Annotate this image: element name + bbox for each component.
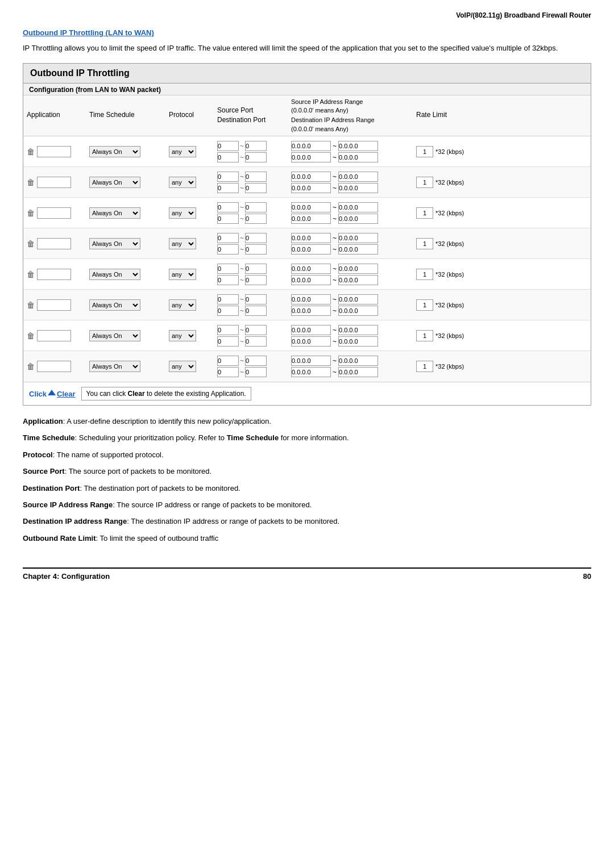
dst-ip-to-4[interactable] xyxy=(338,244,378,254)
src-port-from-1[interactable] xyxy=(217,141,239,151)
dst-ip-to-1[interactable] xyxy=(338,152,378,162)
dst-ip-from-2[interactable] xyxy=(291,183,331,193)
protocol-select-4[interactable]: any tcp udp xyxy=(169,238,196,249)
app-input-2[interactable] xyxy=(37,177,71,188)
trash-icon-4[interactable]: 🗑 xyxy=(27,239,35,248)
rate-input-1[interactable] xyxy=(416,146,433,157)
dst-port-from-6[interactable] xyxy=(217,306,239,316)
dst-ip-from-7[interactable] xyxy=(291,336,331,347)
src-ip-from-1[interactable] xyxy=(291,141,331,151)
dst-port-to-8[interactable] xyxy=(245,367,267,377)
src-ip-from-8[interactable] xyxy=(291,356,331,366)
dst-ip-from-3[interactable] xyxy=(291,214,331,224)
src-port-from-5[interactable] xyxy=(217,264,239,274)
trash-icon-8[interactable]: 🗑 xyxy=(27,362,35,371)
src-port-to-5[interactable] xyxy=(245,264,267,274)
time-select-4[interactable]: Always On xyxy=(89,238,140,249)
time-select-3[interactable]: Always On xyxy=(89,207,140,219)
dst-port-to-4[interactable] xyxy=(245,244,267,254)
src-ip-from-7[interactable] xyxy=(291,325,331,335)
src-port-to-6[interactable] xyxy=(245,294,267,304)
dst-port-to-5[interactable] xyxy=(245,275,267,285)
app-input-3[interactable] xyxy=(37,207,71,219)
src-port-from-2[interactable] xyxy=(217,172,239,182)
src-port-to-3[interactable] xyxy=(245,202,267,212)
protocol-select-6[interactable]: any tcp udp xyxy=(169,299,196,311)
rate-input-4[interactable] xyxy=(416,238,433,249)
trash-icon-2[interactable]: 🗑 xyxy=(27,178,35,187)
app-input-1[interactable] xyxy=(37,146,71,157)
src-ip-from-3[interactable] xyxy=(291,202,331,212)
src-port-from-8[interactable] xyxy=(217,356,239,366)
dst-port-to-3[interactable] xyxy=(245,214,267,224)
dst-port-to-6[interactable] xyxy=(245,306,267,316)
dst-port-to-2[interactable] xyxy=(245,183,267,193)
src-port-to-7[interactable] xyxy=(245,325,267,335)
trash-icon-1[interactable]: 🗑 xyxy=(27,147,35,156)
dst-ip-to-6[interactable] xyxy=(338,306,378,316)
time-select-6[interactable]: Always On xyxy=(89,299,140,311)
src-port-from-4[interactable] xyxy=(217,233,239,243)
src-ip-from-4[interactable] xyxy=(291,233,331,243)
dst-ip-from-6[interactable] xyxy=(291,306,331,316)
app-input-5[interactable] xyxy=(37,269,71,280)
protocol-select-3[interactable]: any tcp udp xyxy=(169,207,196,219)
src-ip-to-4[interactable] xyxy=(338,233,378,243)
dst-port-from-1[interactable] xyxy=(217,152,239,162)
protocol-select-7[interactable]: any tcp udp xyxy=(169,330,196,341)
trash-icon-3[interactable]: 🗑 xyxy=(27,208,35,218)
time-select-1[interactable]: Always On xyxy=(89,146,140,157)
src-port-to-2[interactable] xyxy=(245,172,267,182)
app-input-4[interactable] xyxy=(37,238,71,249)
trash-icon-6[interactable]: 🗑 xyxy=(27,301,35,310)
time-select-2[interactable]: Always On xyxy=(89,177,140,188)
dst-ip-to-8[interactable] xyxy=(338,367,378,377)
src-ip-to-2[interactable] xyxy=(338,172,378,182)
protocol-select-2[interactable]: any tcp udp xyxy=(169,177,196,188)
src-ip-to-5[interactable] xyxy=(338,264,378,274)
src-port-to-1[interactable] xyxy=(245,141,267,151)
time-select-7[interactable]: Always On xyxy=(89,330,140,341)
dst-ip-to-2[interactable] xyxy=(338,183,378,193)
dst-port-from-5[interactable] xyxy=(217,275,239,285)
dst-port-from-7[interactable] xyxy=(217,336,239,347)
app-input-7[interactable] xyxy=(37,330,71,341)
dst-ip-to-7[interactable] xyxy=(338,336,378,347)
src-ip-to-3[interactable] xyxy=(338,202,378,212)
dst-ip-from-4[interactable] xyxy=(291,244,331,254)
src-ip-from-2[interactable] xyxy=(291,172,331,182)
rate-input-6[interactable] xyxy=(416,299,433,311)
time-select-5[interactable]: Always On xyxy=(89,269,140,280)
dst-port-from-2[interactable] xyxy=(217,183,239,193)
protocol-select-8[interactable]: any tcp udp xyxy=(169,361,196,372)
rate-input-3[interactable] xyxy=(416,207,433,219)
dst-port-from-3[interactable] xyxy=(217,214,239,224)
src-port-to-8[interactable] xyxy=(245,356,267,366)
src-ip-to-6[interactable] xyxy=(338,294,378,304)
src-port-to-4[interactable] xyxy=(245,233,267,243)
dst-ip-from-8[interactable] xyxy=(291,367,331,377)
dst-ip-from-1[interactable] xyxy=(291,152,331,162)
dst-ip-to-5[interactable] xyxy=(338,275,378,285)
time-select-8[interactable]: Always On xyxy=(89,361,140,372)
clear-label[interactable]: Clear xyxy=(57,390,76,398)
src-port-from-3[interactable] xyxy=(217,202,239,212)
rate-input-5[interactable] xyxy=(416,269,433,280)
dst-ip-to-3[interactable] xyxy=(338,214,378,224)
dst-port-to-7[interactable] xyxy=(245,336,267,347)
click-clear-button[interactable]: Click Clear xyxy=(29,390,76,398)
src-ip-to-1[interactable] xyxy=(338,141,378,151)
dst-port-to-1[interactable] xyxy=(245,152,267,162)
dst-port-from-8[interactable] xyxy=(217,367,239,377)
trash-icon-5[interactable]: 🗑 xyxy=(27,270,35,279)
src-ip-from-5[interactable] xyxy=(291,264,331,274)
src-port-from-6[interactable] xyxy=(217,294,239,304)
app-input-8[interactable] xyxy=(37,361,71,372)
app-input-6[interactable] xyxy=(37,299,71,311)
protocol-select-1[interactable]: any tcp udp xyxy=(169,146,196,157)
src-ip-to-7[interactable] xyxy=(338,325,378,335)
src-ip-to-8[interactable] xyxy=(338,356,378,366)
rate-input-2[interactable] xyxy=(416,177,433,188)
src-ip-from-6[interactable] xyxy=(291,294,331,304)
rate-input-7[interactable] xyxy=(416,330,433,341)
